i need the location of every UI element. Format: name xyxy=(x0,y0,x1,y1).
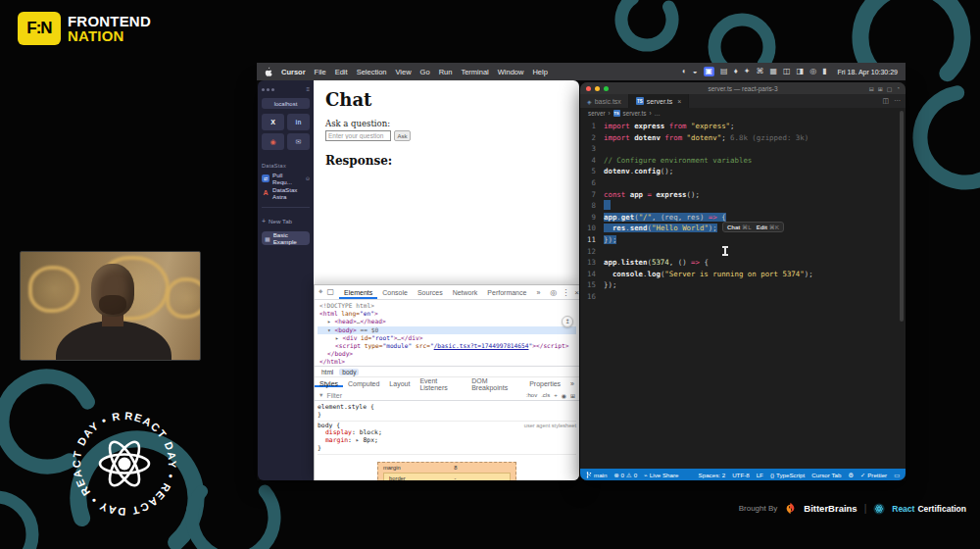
filter-funnel-icon[interactable]: ▼ xyxy=(318,392,323,398)
devtools-tab-sources[interactable]: Sources xyxy=(413,285,448,299)
cursor-tab-indicator[interactable]: Cursor Tab xyxy=(811,472,841,478)
editor-tab-server-ts[interactable]: TSserver.ts× xyxy=(629,94,690,108)
formatter-indicator[interactable]: ✓ Prettier xyxy=(860,472,887,478)
sidebar-item-datastax-astra[interactable]: ADataStax Astra xyxy=(262,187,310,198)
menubar-status-icon[interactable]: ◐ xyxy=(682,67,687,76)
more-actions-icon[interactable]: ⋯ xyxy=(894,97,901,105)
menubar-status-icon[interactable]: ▦ xyxy=(769,67,777,76)
tile-mail[interactable]: ✉ xyxy=(287,133,310,150)
rule-selector[interactable]: body xyxy=(318,422,332,429)
styles-tool-icon[interactable]: + xyxy=(554,392,558,399)
window-dot[interactable] xyxy=(267,88,270,91)
breadcrumb-symbol[interactable]: … xyxy=(655,110,661,117)
menubar-status-icon[interactable]: ◨ xyxy=(797,67,805,76)
address-bar[interactable]: localhost xyxy=(262,98,310,109)
tile-linkedin[interactable]: in xyxy=(287,114,310,130)
settings-gear-icon[interactable]: ⚙ xyxy=(848,472,854,478)
menu-help[interactable]: Help xyxy=(532,68,547,76)
styles-tool-icon[interactable]: ⊞ xyxy=(570,392,575,399)
dom-node[interactable]: </body> xyxy=(318,350,576,358)
split-editor-icon[interactable]: ◫ xyxy=(882,97,889,105)
dom-node[interactable]: ▸ <div id="root">…</div> xyxy=(318,334,576,342)
menubar-status-icon[interactable]: ✦ xyxy=(744,67,751,76)
inspect-element-icon[interactable]: ⌖ xyxy=(318,287,323,297)
styles-tab--[interactable]: » xyxy=(565,380,579,387)
editor-breadcrumbs[interactable]: server › TS server.ts › … xyxy=(580,108,906,118)
dom-node[interactable]: <!DOCTYPE html> xyxy=(318,302,576,310)
menu-view[interactable]: View xyxy=(395,68,411,76)
layout-panel-left-icon[interactable]: ⊟ xyxy=(869,85,874,92)
dom-crumb-html[interactable]: html xyxy=(318,369,336,375)
styles-tool-icon[interactable]: .cls xyxy=(541,392,550,399)
dom-node[interactable]: <html lang="en"> xyxy=(318,310,576,318)
sidebar-item-basic-example[interactable]: ▦ Basic Example xyxy=(262,231,310,245)
menu-file[interactable]: File xyxy=(315,68,326,76)
menu-terminal[interactable]: Terminal xyxy=(461,68,488,76)
styles-tab-layout[interactable]: Layout xyxy=(384,380,415,387)
editor-tab-basic-tsx[interactable]: ◈basic.tsx xyxy=(580,94,629,108)
devtools-tab--[interactable]: » xyxy=(531,285,545,299)
device-toolbar-icon[interactable]: ▢ xyxy=(327,287,335,297)
problems-indicator[interactable]: ⊗ 0 ⚠ 0 xyxy=(613,472,637,478)
devtools-more-icon[interactable]: ⋮ xyxy=(562,288,569,297)
css-declaration[interactable]: margin: ▸ 8px; xyxy=(318,437,576,445)
devtools-tab-console[interactable]: Console xyxy=(377,285,413,299)
dom-node[interactable]: ▸ <head>…</head> xyxy=(318,318,576,325)
sidebar-item-pull-requ-[interactable]: ⇄Pull Requ...⊙ xyxy=(262,173,310,183)
styles-tab-event-listeners[interactable]: Event Listeners xyxy=(415,377,466,391)
breadcrumb-file[interactable]: server.ts xyxy=(623,110,647,117)
devtools-tab-elements[interactable]: Elements xyxy=(339,285,377,299)
cursor-chat-hint[interactable]: Chat⌘LEdit⌘K xyxy=(722,222,784,232)
styles-tool-icon[interactable]: ◉ xyxy=(562,392,566,399)
live-share-button[interactable]: ⌁ Live Share xyxy=(644,472,678,478)
bitterbrains-label[interactable]: BitterBrains xyxy=(804,503,857,514)
rule-selector[interactable]: element.style xyxy=(318,403,367,411)
styles-pane[interactable]: element.style {}user agent stylesheetbod… xyxy=(315,401,579,457)
styles-tab-styles[interactable]: Styles xyxy=(315,380,343,387)
eol-indicator[interactable]: LF xyxy=(757,472,763,478)
language-indicator[interactable]: {} TypeScript xyxy=(770,472,805,478)
code-editor[interactable]: 1import express from "express";2import d… xyxy=(580,118,906,303)
close-tab-icon[interactable]: × xyxy=(677,98,681,105)
menubar-status-icon[interactable]: ◒ xyxy=(693,67,698,76)
menu-edit[interactable]: Edit xyxy=(335,68,348,76)
git-branch-indicator[interactable]: main xyxy=(586,472,607,478)
menubar-clock[interactable]: Fri 18. Apr 10:30:29 xyxy=(838,69,898,75)
editor-scrollbar[interactable] xyxy=(900,111,904,322)
menubar-status-icon[interactable]: ▤ xyxy=(720,67,728,76)
styles-tab-dom-breakpoints[interactable]: DOM Breakpoints xyxy=(466,377,524,391)
notifications-icon[interactable]: ▭ xyxy=(894,472,900,478)
new-tab-button[interactable]: + New Tab xyxy=(262,218,310,225)
tile-app[interactable]: ◉ xyxy=(262,133,284,150)
menubar-status-icon[interactable]: ⌘ xyxy=(756,67,763,76)
layout-panel-bottom-icon[interactable]: ⊞ xyxy=(878,85,883,92)
window-dot[interactable] xyxy=(271,88,274,91)
dom-node[interactable]: </html> xyxy=(318,358,576,366)
expand-arrow-icon[interactable]: ▸ xyxy=(356,436,364,444)
dom-node[interactable]: ▾ <body> == $0 xyxy=(318,326,576,334)
dom-tree[interactable]: ↥ <!DOCTYPE html><html lang="en">▸ <head… xyxy=(315,300,579,366)
menubar-status-icon[interactable]: ▮ xyxy=(822,67,826,76)
pin-icon[interactable]: ⊙ xyxy=(306,175,310,181)
breadcrumb-folder[interactable]: server xyxy=(588,110,606,117)
menubar-status-icon[interactable]: ▣ xyxy=(704,67,715,76)
styles-tab-computed[interactable]: Computed xyxy=(343,380,384,387)
menubar-status-icon[interactable]: ◎ xyxy=(809,67,816,76)
devtools-tab-performance[interactable]: Performance xyxy=(482,285,531,299)
styles-filter-input[interactable]: Filter xyxy=(326,392,342,399)
menu-selection[interactable]: Selection xyxy=(357,68,387,76)
scroll-into-view-icon[interactable]: ↥ xyxy=(562,316,573,327)
layout-panel-right-icon[interactable]: ▢ xyxy=(887,85,893,92)
menu-cursor[interactable]: Cursor xyxy=(281,68,306,76)
devtools-close-icon[interactable]: × xyxy=(574,288,579,297)
styles-tool-icon[interactable]: :hov xyxy=(526,392,537,399)
menu-window[interactable]: Window xyxy=(498,68,524,76)
encoding-indicator[interactable]: UTF-8 xyxy=(732,472,750,478)
react-label[interactable]: React xyxy=(892,504,914,514)
question-input[interactable] xyxy=(325,130,391,141)
menu-run[interactable]: Run xyxy=(439,68,453,76)
menubar-status-icon[interactable]: ♦ xyxy=(734,67,738,76)
devtools-settings-icon[interactable]: ◎ xyxy=(550,288,557,297)
menu-go[interactable]: Go xyxy=(420,68,430,76)
apple-icon[interactable] xyxy=(265,67,272,76)
